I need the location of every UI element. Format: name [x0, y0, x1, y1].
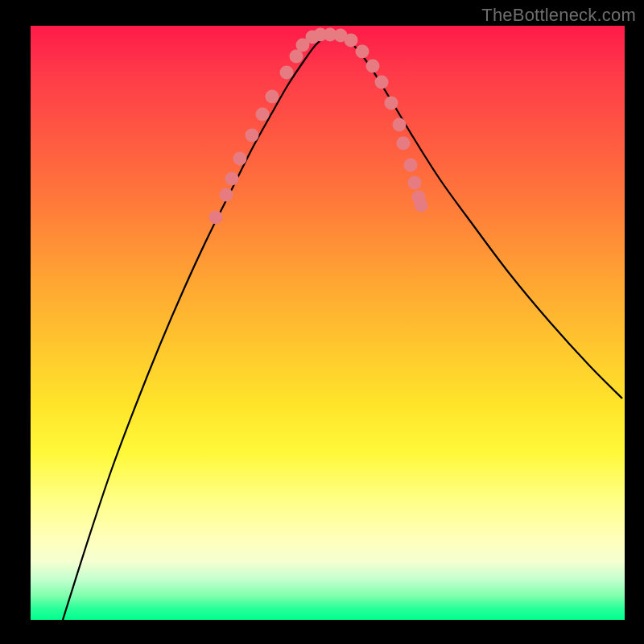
marker-dot	[233, 152, 247, 166]
marker-dots	[209, 28, 428, 225]
marker-dot	[256, 108, 270, 122]
marker-dot	[408, 176, 422, 190]
watermark-text: TheBottleneck.com	[481, 5, 636, 26]
marker-dot	[415, 199, 428, 213]
marker-dot	[220, 188, 233, 202]
marker-dot	[366, 60, 380, 73]
marker-dot	[345, 34, 358, 47]
marker-dot	[375, 76, 389, 89]
marker-dot	[404, 159, 418, 172]
bottleneck-curve	[63, 35, 622, 620]
marker-dot	[356, 45, 369, 59]
curve-svg	[31, 26, 625, 620]
chart-frame: TheBottleneck.com	[0, 0, 644, 644]
marker-dot	[225, 172, 239, 186]
marker-dot	[385, 97, 398, 110]
marker-dot	[393, 118, 407, 132]
marker-dot	[280, 66, 294, 80]
marker-dot	[397, 137, 411, 151]
marker-dot	[209, 211, 223, 225]
marker-dot	[266, 90, 279, 104]
curve-layer	[63, 35, 622, 620]
plot-area	[31, 26, 625, 620]
marker-dot	[246, 129, 259, 142]
